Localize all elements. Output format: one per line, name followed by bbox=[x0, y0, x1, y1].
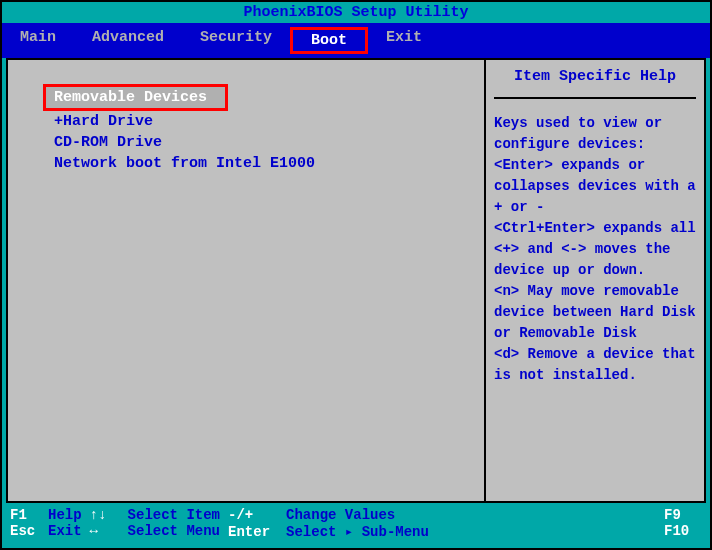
title-bar: PhoenixBIOS Setup Utility bbox=[2, 2, 710, 23]
key-f10: F10 bbox=[664, 523, 694, 539]
label-change-values: Change Values bbox=[286, 507, 395, 523]
bios-setup-window: PhoenixBIOS Setup Utility Main Advanced … bbox=[0, 0, 712, 550]
boot-item-network[interactable]: Network boot from Intel E1000 bbox=[46, 153, 476, 174]
menu-bar: Main Advanced Security Boot Exit bbox=[2, 23, 710, 58]
app-title: PhoenixBIOS Setup Utility bbox=[243, 4, 468, 21]
menu-boot[interactable]: Boot bbox=[290, 27, 368, 54]
key-esc: Esc bbox=[10, 523, 40, 539]
boot-device-panel: Removable Devices +Hard Drive CD-ROM Dri… bbox=[6, 58, 486, 503]
menu-main[interactable]: Main bbox=[2, 27, 74, 54]
menu-exit[interactable]: Exit bbox=[368, 27, 440, 54]
boot-item-removable[interactable]: Removable Devices bbox=[43, 84, 228, 111]
help-text: Keys used to view or configure devices: … bbox=[494, 113, 696, 386]
key-f9: F9 bbox=[664, 507, 694, 523]
key-plusminus: -/+ bbox=[228, 507, 278, 523]
main-content: Removable Devices +Hard Drive CD-ROM Dri… bbox=[6, 58, 706, 503]
label-select-menu: Select Menu bbox=[128, 523, 220, 539]
label-exit: Exit bbox=[48, 523, 82, 539]
help-panel: Item Specific Help Keys used to view or … bbox=[486, 58, 706, 503]
menu-advanced[interactable]: Advanced bbox=[74, 27, 182, 54]
key-enter: Enter bbox=[228, 524, 278, 540]
label-help: Help bbox=[48, 507, 82, 523]
boot-item-cdrom[interactable]: CD-ROM Drive bbox=[46, 132, 476, 153]
key-leftright: ↔ bbox=[90, 523, 120, 539]
key-updown: ↑↓ bbox=[90, 507, 120, 523]
boot-item-hard-drive[interactable]: +Hard Drive bbox=[46, 111, 476, 132]
label-submenu: Select ▸ Sub-Menu bbox=[286, 523, 429, 540]
help-title: Item Specific Help bbox=[494, 68, 696, 99]
key-f1: F1 bbox=[10, 507, 40, 523]
expand-indicator: + bbox=[54, 113, 63, 130]
menu-security[interactable]: Security bbox=[182, 27, 290, 54]
label-select-item: Select Item bbox=[128, 507, 220, 523]
footer-keys: F1 Help Esc Exit ↑↓ Select Item ↔ Select… bbox=[2, 503, 710, 544]
